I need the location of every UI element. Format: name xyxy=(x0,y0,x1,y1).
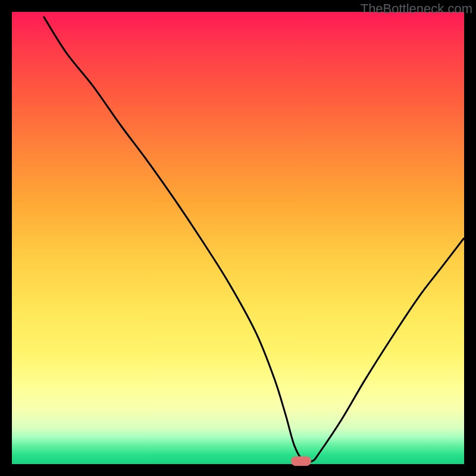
bottleneck-curve xyxy=(43,17,464,463)
chart-gradient-area xyxy=(12,12,464,464)
chart-frame: TheBottleneck.com xyxy=(0,0,476,476)
curve-layer xyxy=(12,12,464,464)
watermark-text: TheBottleneck.com xyxy=(361,1,472,17)
optimal-point-marker xyxy=(291,456,311,466)
